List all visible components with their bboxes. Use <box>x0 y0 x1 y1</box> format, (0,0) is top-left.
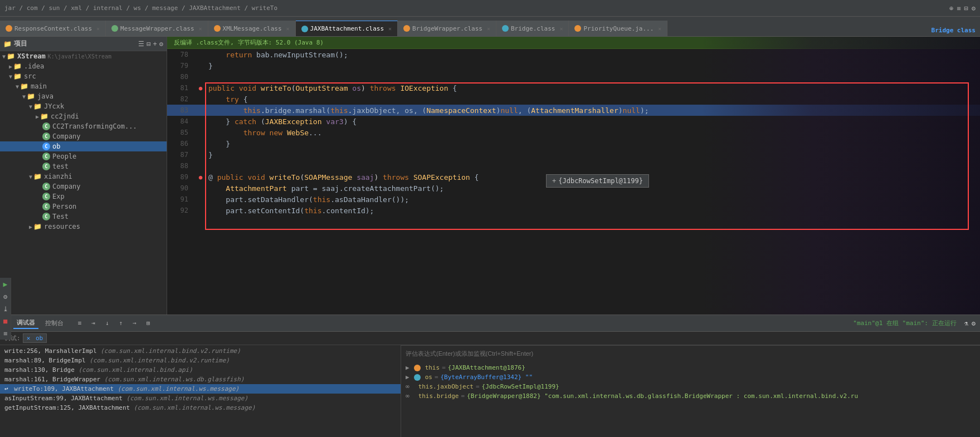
call-stack-panel: write:256, MarshallerImpl (com.sun.xml.i… <box>0 345 401 437</box>
tab-label: Bridge.class <box>511 25 555 32</box>
var-row-jaxbobject[interactable]: ∞ this.jaxbObject = {JdbcRowSetImpl@1199… <box>406 382 976 391</box>
code-line-81: 81 ● public void writeTo(OutputStream os… <box>167 82 980 94</box>
line-number: 85 <box>167 129 195 136</box>
tab-xmlmessage[interactable]: XMLMessage.class ✕ <box>208 21 296 36</box>
tree-jycxk-label: JYcxk <box>44 102 64 110</box>
tree-ob[interactable]: C ob <box>0 141 167 151</box>
top-bar-button2[interactable]: ≡ <box>957 4 961 12</box>
debug-close-icon[interactable]: ✕ <box>27 335 31 342</box>
line-gutter: ● <box>195 85 206 92</box>
tree-person[interactable]: C Person <box>0 202 167 212</box>
bridge-class-tab[interactable]: Bridge class <box>927 24 980 36</box>
expand-icon[interactable]: ▶ <box>406 374 409 381</box>
debug-tab-console[interactable]: 控制台 <box>42 318 67 328</box>
main-area: 📁 项目 ☰ ⊟ + ⚙ ▼ 📁 XStream K:\javafile\XSt… <box>0 37 980 315</box>
bottom-panel: ▶ 调试器 控制台 ≡ ⇥ ↓ ↑ → ⊞ "main"@1 在组 "main"… <box>0 315 980 437</box>
sidebar-btn4[interactable]: ⚙ <box>159 40 163 48</box>
debug-tab-name[interactable]: ✕ ob <box>23 333 47 343</box>
debug-settings-icon[interactable]: ⚙ <box>3 293 7 301</box>
top-bar-button4[interactable]: ⚙ <box>972 4 976 12</box>
tree-test2[interactable]: C Test <box>0 212 167 222</box>
var-row-bridge[interactable]: ∞ this.bridge = {BridgeWrapper@1882} "co… <box>406 391 976 401</box>
tab-close[interactable]: ✕ <box>199 26 202 32</box>
line-content: } catch (JAXBException var3) { <box>206 117 980 126</box>
tree-idea[interactable]: ▶ 📁 .idea <box>0 61 167 71</box>
line-number: 87 <box>167 151 195 159</box>
tab-close[interactable]: ✕ <box>658 26 661 32</box>
debug-toolbar-step-over[interactable]: ⇥ <box>88 318 99 328</box>
line-content: public void writeTo(OutputStream os) thr… <box>206 84 980 92</box>
debug-step-icon[interactable]: ⤓ <box>3 305 8 313</box>
tab-close[interactable]: ✕ <box>96 26 100 32</box>
tab-label: PriorityQueue.ja... <box>583 25 654 32</box>
stack-item-asinputstream[interactable]: asInputStream:99, JAXBAttachment (com.su… <box>0 394 401 403</box>
tree-root[interactable]: ▼ 📁 XStream K:\javafile\XStream <box>0 51 167 61</box>
stack-item-marshal130[interactable]: marshal:130, Bridge (com.sun.xml.interna… <box>0 365 401 375</box>
var-row-os[interactable]: ▶ os = {ByteArrayBuffer@1342} "" <box>406 372 976 382</box>
debug-stop-icon[interactable]: ■ <box>3 317 7 325</box>
stack-item-marshal89[interactable]: marshal:89, BridgeImpl (com.sun.xml.inte… <box>0 356 401 365</box>
debug-tab-debugger[interactable]: 调试器 <box>13 317 38 329</box>
sidebar-btn3[interactable]: + <box>153 40 157 48</box>
line-content: } <box>206 140 980 148</box>
tree-cc2transforming[interactable]: C CC2TransformingCom... <box>0 121 167 131</box>
tree-idea-label: .idea <box>24 62 44 70</box>
tab-close[interactable]: ✕ <box>559 26 563 32</box>
expand-icon[interactable]: ∞ <box>406 383 409 390</box>
stack-item-marshal161[interactable]: marshal:161, BridgeWrapper (com.sun.xml.… <box>0 375 401 384</box>
tab-close[interactable]: ✕ <box>487 26 490 32</box>
var-icon-orange <box>414 365 421 371</box>
tab-close[interactable]: ✕ <box>286 26 290 32</box>
tree-test[interactable]: C test <box>0 161 167 171</box>
tree-cc2transforming-label: CC2TransformingCom... <box>52 122 137 130</box>
filter-icon[interactable]: ⚗ <box>964 320 968 327</box>
tab-bridge-wrapper[interactable]: BridgeWrapper.class ✕ <box>398 21 496 36</box>
debug-play-icon[interactable]: ▶ <box>3 280 8 288</box>
var-row-this[interactable]: ▶ this = {JAXBAttachment@1876} <box>406 363 976 372</box>
top-bar-button3[interactable]: ⊟ <box>964 4 968 12</box>
top-bar-button[interactable]: ⊕ <box>949 4 953 12</box>
tab-priority-queue[interactable]: PriorityQueue.ja... ✕ <box>569 21 667 36</box>
stack-item-getinputstream[interactable]: getInputStream:125, JAXBAttachment (com.… <box>0 403 401 413</box>
breadcrumb: jar / com / sun / xml / internal / ws / … <box>4 4 277 12</box>
eval-input[interactable] <box>406 350 976 357</box>
tab-jaxb-attachment[interactable]: JAXBAttachment.class ✕ <box>296 21 398 36</box>
tree-main[interactable]: ▼ 📁 main <box>0 81 167 91</box>
tree-company1[interactable]: C Company <box>0 131 167 141</box>
tree-resources[interactable]: ▶ 📁 resources <box>0 222 167 232</box>
tab-label: MessageWrapper.class <box>120 25 194 32</box>
tab-response-context[interactable]: ResponseContext.class ✕ <box>0 21 106 36</box>
tree-cc2jndi[interactable]: ▶ 📁 cc2jndi <box>0 111 167 121</box>
debug-toolbar-step-out[interactable]: ↑ <box>116 318 126 328</box>
code-area[interactable]: + {JdbcRowSetImpl@1199} 78 return bab.ne… <box>167 49 980 315</box>
tab-bridge[interactable]: Bridge.class ✕ <box>496 21 569 36</box>
tree-src[interactable]: ▼ 📁 src <box>0 71 167 81</box>
stack-item-writeto109[interactable]: ↩ writeTo:109, JAXBAttachment (com.sun.x… <box>0 384 401 394</box>
settings-icon[interactable]: ⚙ <box>972 320 976 327</box>
code-editor: 反编译 .class文件, 字节码版本: 52.0 (Java 8) + {Jd… <box>167 37 980 315</box>
tree-jycxk[interactable]: ▼ 📁 JYcxk <box>0 101 167 111</box>
tab-message-wrapper[interactable]: MessageWrapper.class ✕ <box>106 21 208 36</box>
sidebar-btn1[interactable]: ☰ <box>138 40 144 48</box>
decompile-banner: 反编译 .class文件, 字节码版本: 52.0 (Java 8) <box>167 37 980 49</box>
tree-xianzhi[interactable]: ▼ 📁 xianzhi <box>0 171 167 181</box>
expand-icon[interactable]: ▶ <box>406 364 409 371</box>
debug-toolbar-step[interactable]: ≡ <box>75 318 85 328</box>
tree-file-icon-green7: C <box>42 203 50 210</box>
tree-company2[interactable]: C Company <box>0 181 167 192</box>
debug-unknown-icon[interactable]: ≡ <box>3 330 7 337</box>
line-gutter: ● <box>195 174 206 181</box>
tree-people[interactable]: C People <box>0 151 167 161</box>
stack-item-write[interactable]: write:256, MarshallerImpl (com.sun.xml.i… <box>0 346 401 356</box>
tree-resources-label: resources <box>44 223 80 230</box>
debug-toolbar-evaluate[interactable]: ⊞ <box>143 318 154 328</box>
tree-java[interactable]: ▼ 📁 java <box>0 91 167 101</box>
line-number: 83 <box>167 106 195 114</box>
debug-toolbar-run-to-cursor[interactable]: → <box>129 318 140 328</box>
sidebar-btn2[interactable]: ⊟ <box>147 40 150 48</box>
tab-close[interactable]: ✕ <box>388 26 392 32</box>
expand-icon[interactable]: ∞ <box>406 392 409 400</box>
tab-icon-orange <box>6 25 12 32</box>
debug-toolbar-step-into[interactable]: ↓ <box>102 318 113 328</box>
tree-exp[interactable]: C Exp <box>0 192 167 202</box>
